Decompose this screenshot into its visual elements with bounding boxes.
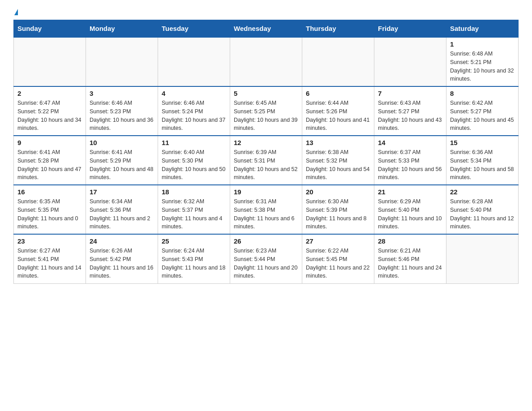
day-info: Sunrise: 6:45 AMSunset: 5:25 PMDaylight:…: [234, 99, 298, 133]
day-number: 18: [162, 188, 226, 196]
calendar-header-row: SundayMondayTuesdayWednesdayThursdayFrid…: [14, 20, 519, 38]
calendar-cell: 27Sunrise: 6:22 AMSunset: 5:45 PMDayligh…: [302, 234, 374, 283]
calendar-cell: 12Sunrise: 6:39 AMSunset: 5:31 PMDayligh…: [230, 136, 302, 185]
day-info: Sunrise: 6:30 AMSunset: 5:39 PMDaylight:…: [306, 197, 370, 231]
calendar-cell: 6Sunrise: 6:44 AMSunset: 5:26 PMDaylight…: [302, 86, 374, 136]
day-header-saturday: Saturday: [446, 20, 519, 38]
day-info: Sunrise: 6:24 AMSunset: 5:43 PMDaylight:…: [162, 247, 226, 280]
day-number: 26: [234, 237, 298, 245]
day-info: Sunrise: 6:46 AMSunset: 5:23 PMDaylight:…: [90, 99, 154, 133]
calendar-cell: 25Sunrise: 6:24 AMSunset: 5:43 PMDayligh…: [158, 234, 230, 283]
day-number: 16: [17, 188, 82, 196]
day-number: 28: [378, 237, 442, 245]
calendar-cell: 17Sunrise: 6:34 AMSunset: 5:36 PMDayligh…: [86, 185, 158, 234]
day-info: Sunrise: 6:21 AMSunset: 5:46 PMDaylight:…: [378, 247, 442, 280]
calendar-cell: [446, 234, 519, 283]
calendar-cell: 22Sunrise: 6:28 AMSunset: 5:40 PMDayligh…: [446, 185, 519, 234]
day-info: Sunrise: 6:26 AMSunset: 5:42 PMDaylight:…: [90, 247, 154, 280]
day-info: Sunrise: 6:44 AMSunset: 5:26 PMDaylight:…: [306, 99, 370, 133]
calendar-cell: [86, 37, 158, 86]
calendar-cell: 18Sunrise: 6:32 AMSunset: 5:37 PMDayligh…: [158, 185, 230, 234]
calendar-cell: 14Sunrise: 6:37 AMSunset: 5:33 PMDayligh…: [374, 136, 446, 185]
calendar-cell: 28Sunrise: 6:21 AMSunset: 5:46 PMDayligh…: [374, 234, 446, 283]
day-number: 22: [450, 188, 515, 196]
calendar-cell: 2Sunrise: 6:47 AMSunset: 5:22 PMDaylight…: [14, 86, 86, 136]
day-info: Sunrise: 6:42 AMSunset: 5:27 PMDaylight:…: [450, 99, 515, 133]
day-info: Sunrise: 6:41 AMSunset: 5:28 PMDaylight:…: [17, 148, 82, 182]
day-info: Sunrise: 6:36 AMSunset: 5:34 PMDaylight:…: [450, 148, 515, 182]
calendar-cell: 23Sunrise: 6:27 AMSunset: 5:41 PMDayligh…: [14, 234, 86, 283]
calendar-table: SundayMondayTuesdayWednesdayThursdayFrid…: [13, 20, 519, 284]
day-info: Sunrise: 6:22 AMSunset: 5:45 PMDaylight:…: [306, 247, 370, 280]
day-info: Sunrise: 6:32 AMSunset: 5:37 PMDaylight:…: [162, 197, 226, 231]
day-info: Sunrise: 6:29 AMSunset: 5:40 PMDaylight:…: [378, 197, 442, 231]
day-header-monday: Monday: [86, 20, 158, 38]
calendar-cell: [302, 37, 374, 86]
day-info: Sunrise: 6:34 AMSunset: 5:36 PMDaylight:…: [90, 197, 154, 231]
calendar-cell: [230, 37, 302, 86]
calendar-cell: 15Sunrise: 6:36 AMSunset: 5:34 PMDayligh…: [446, 136, 519, 185]
week-row-4: 16Sunrise: 6:35 AMSunset: 5:35 PMDayligh…: [14, 185, 519, 234]
logo: [13, 9, 18, 15]
day-info: Sunrise: 6:43 AMSunset: 5:27 PMDaylight:…: [378, 99, 442, 133]
calendar-cell: 20Sunrise: 6:30 AMSunset: 5:39 PMDayligh…: [302, 185, 374, 234]
week-row-1: 1Sunrise: 6:48 AMSunset: 5:21 PMDaylight…: [14, 37, 519, 86]
day-header-sunday: Sunday: [14, 20, 86, 38]
calendar-cell: 19Sunrise: 6:31 AMSunset: 5:38 PMDayligh…: [230, 185, 302, 234]
day-info: Sunrise: 6:48 AMSunset: 5:21 PMDaylight:…: [450, 50, 515, 83]
day-info: Sunrise: 6:37 AMSunset: 5:33 PMDaylight:…: [378, 148, 442, 182]
day-info: Sunrise: 6:23 AMSunset: 5:44 PMDaylight:…: [234, 247, 298, 280]
day-number: 7: [378, 90, 442, 97]
day-number: 17: [90, 188, 154, 196]
calendar-cell: 10Sunrise: 6:41 AMSunset: 5:29 PMDayligh…: [86, 136, 158, 185]
day-number: 3: [90, 90, 154, 97]
day-info: Sunrise: 6:35 AMSunset: 5:35 PMDaylight:…: [17, 197, 82, 231]
day-number: 27: [306, 237, 370, 245]
day-number: 11: [162, 139, 226, 146]
day-info: Sunrise: 6:40 AMSunset: 5:30 PMDaylight:…: [162, 148, 226, 182]
day-info: Sunrise: 6:39 AMSunset: 5:31 PMDaylight:…: [234, 148, 298, 182]
day-info: Sunrise: 6:47 AMSunset: 5:22 PMDaylight:…: [17, 99, 82, 133]
day-number: 23: [17, 237, 82, 245]
day-number: 4: [162, 90, 226, 97]
calendar-cell: 7Sunrise: 6:43 AMSunset: 5:27 PMDaylight…: [374, 86, 446, 136]
day-header-friday: Friday: [374, 20, 446, 38]
day-number: 13: [306, 139, 370, 146]
calendar-cell: 24Sunrise: 6:26 AMSunset: 5:42 PMDayligh…: [86, 234, 158, 283]
day-number: 19: [234, 188, 298, 196]
calendar-cell: 16Sunrise: 6:35 AMSunset: 5:35 PMDayligh…: [14, 185, 86, 234]
page-header: [13, 9, 519, 15]
day-number: 15: [450, 139, 515, 146]
day-number: 21: [378, 188, 442, 196]
calendar-cell: 4Sunrise: 6:46 AMSunset: 5:24 PMDaylight…: [158, 86, 230, 136]
day-info: Sunrise: 6:46 AMSunset: 5:24 PMDaylight:…: [162, 99, 226, 133]
day-number: 2: [17, 90, 82, 97]
day-number: 14: [378, 139, 442, 146]
calendar-cell: 9Sunrise: 6:41 AMSunset: 5:28 PMDaylight…: [14, 136, 86, 185]
week-row-5: 23Sunrise: 6:27 AMSunset: 5:41 PMDayligh…: [14, 234, 519, 283]
day-number: 9: [17, 139, 82, 146]
calendar-cell: 3Sunrise: 6:46 AMSunset: 5:23 PMDaylight…: [86, 86, 158, 136]
day-number: 12: [234, 139, 298, 146]
calendar-cell: 26Sunrise: 6:23 AMSunset: 5:44 PMDayligh…: [230, 234, 302, 283]
day-number: 20: [306, 188, 370, 196]
week-row-2: 2Sunrise: 6:47 AMSunset: 5:22 PMDaylight…: [14, 86, 519, 136]
day-header-tuesday: Tuesday: [158, 20, 230, 38]
week-row-3: 9Sunrise: 6:41 AMSunset: 5:28 PMDaylight…: [14, 136, 519, 185]
day-info: Sunrise: 6:41 AMSunset: 5:29 PMDaylight:…: [90, 148, 154, 182]
day-number: 5: [234, 90, 298, 97]
day-header-thursday: Thursday: [302, 20, 374, 38]
calendar-cell: 1Sunrise: 6:48 AMSunset: 5:21 PMDaylight…: [446, 37, 519, 86]
calendar-cell: 13Sunrise: 6:38 AMSunset: 5:32 PMDayligh…: [302, 136, 374, 185]
day-number: 6: [306, 90, 370, 97]
calendar-cell: 5Sunrise: 6:45 AMSunset: 5:25 PMDaylight…: [230, 86, 302, 136]
day-info: Sunrise: 6:27 AMSunset: 5:41 PMDaylight:…: [17, 247, 82, 280]
day-number: 24: [90, 237, 154, 245]
calendar-cell: [374, 37, 446, 86]
day-number: 10: [90, 139, 154, 146]
calendar-cell: [158, 37, 230, 86]
day-number: 8: [450, 90, 515, 97]
day-info: Sunrise: 6:38 AMSunset: 5:32 PMDaylight:…: [306, 148, 370, 182]
day-number: 25: [162, 237, 226, 245]
day-number: 1: [450, 40, 515, 48]
